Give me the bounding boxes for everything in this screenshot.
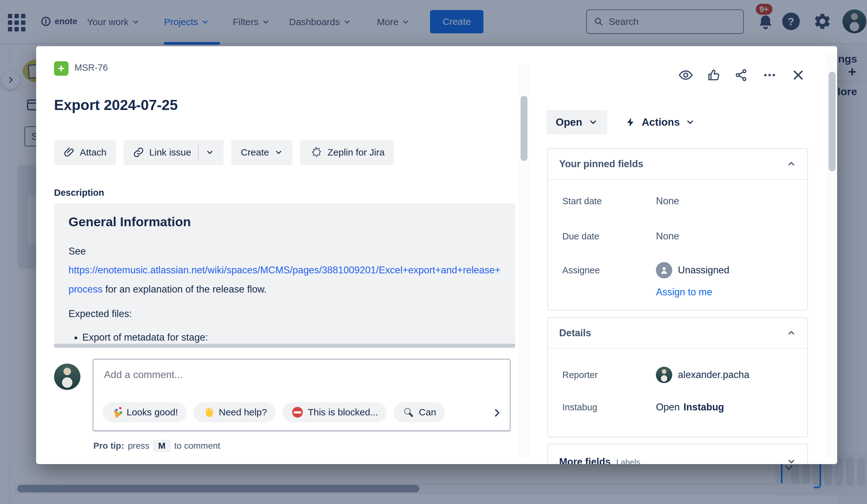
lightning-icon <box>625 117 636 128</box>
zeplin-label: Zeplin for Jira <box>328 147 385 158</box>
quick-reply-blocked[interactable]: This is blocked... <box>283 402 387 422</box>
field-row-assignee: Assignee Unassigned <box>562 262 729 278</box>
description-expected: Expected files: <box>68 304 501 323</box>
zeplin-button[interactable]: Zeplin for Jira <box>300 140 394 165</box>
pill-label: Can <box>419 407 436 418</box>
protip-press: press <box>128 441 149 451</box>
chevron-up-icon <box>786 328 796 337</box>
more-fields-header[interactable]: More fields Labels <box>548 444 807 464</box>
more-replies-button[interactable] <box>492 408 502 419</box>
collapse-button[interactable] <box>786 159 796 169</box>
pill-label: Looks good! <box>127 407 178 418</box>
field-value[interactable]: None <box>656 230 679 242</box>
actions-dropdown[interactable]: Actions <box>625 110 695 135</box>
quick-reply-pills: Looks good! Need help? This is blocked..… <box>103 402 467 422</box>
reporter-name: alexander.pacha <box>678 369 750 380</box>
zeplin-icon <box>309 146 323 159</box>
create-label: Create <box>240 147 269 158</box>
description-editor[interactable]: General Information See https://enotemus… <box>54 203 515 348</box>
issue-toolbar: Attach Link issue Create Zeplin for Jira <box>54 140 394 165</box>
share-icon <box>734 68 749 82</box>
actions-label: Actions <box>642 116 680 128</box>
comment-placeholder: Add a comment... <box>104 369 183 380</box>
content-scrollbar-thumb[interactable] <box>521 96 527 161</box>
issue-key-link[interactable]: MSR-76 <box>74 63 108 73</box>
reporter-value[interactable]: alexander.pacha <box>656 367 750 383</box>
description-label: Description <box>54 187 104 198</box>
link-icon <box>133 147 144 158</box>
field-row-start-date: Start date None <box>562 195 679 207</box>
description-hscrollbar[interactable] <box>54 344 515 348</box>
attach-button[interactable]: Attach <box>54 140 116 165</box>
description-link-suffix: for an explanation of the release flow. <box>103 284 267 295</box>
chevron-down-icon <box>685 118 695 127</box>
screen: enote Your work Projects Filters Dashboa… <box>0 0 867 504</box>
card-divider <box>548 348 807 349</box>
chevron-down-icon <box>786 457 796 464</box>
protip-label: Pro tip: <box>93 441 124 451</box>
expand-button[interactable] <box>786 457 796 464</box>
details-title: Details <box>559 328 591 339</box>
protip-suffix: to comment <box>174 441 220 451</box>
content-scrollbar[interactable] <box>519 65 529 458</box>
quick-reply-looks-good[interactable]: Looks good! <box>103 402 186 422</box>
link-issue-button[interactable]: Link issue <box>124 140 224 165</box>
blocked-icon <box>291 406 303 418</box>
search-icon <box>403 406 414 418</box>
chevron-down-icon[interactable] <box>205 148 214 157</box>
field-label: Reporter <box>562 370 656 380</box>
field-label: Due date <box>562 231 656 242</box>
details-header[interactable]: Details <box>548 318 807 348</box>
assignee-value[interactable]: Unassigned <box>656 262 729 278</box>
pill-label: This is blocked... <box>308 407 378 418</box>
more-fields-card: More fields Labels <box>547 444 808 464</box>
vote-button[interactable] <box>706 67 721 83</box>
close-button[interactable] <box>791 67 806 83</box>
modal-scrollbar[interactable] <box>827 53 837 458</box>
quick-reply-need-help[interactable]: Need help? <box>193 402 276 422</box>
comment-box[interactable]: Add a comment... Looks good! Need help? … <box>93 359 511 431</box>
instabug-value[interactable]: Open Instabug <box>656 401 724 413</box>
modal-scrollbar-thumb[interactable] <box>829 72 836 171</box>
more-fields-title-group: More fields Labels <box>559 456 640 464</box>
pinned-fields-card: Your pinned fields Start date None Due d… <box>547 148 808 310</box>
party-icon <box>111 407 122 418</box>
pro-tip: Pro tip: press M to comment <box>93 440 220 452</box>
instabug-prefix: Open <box>656 401 680 413</box>
field-row-reporter: Reporter alexander.pacha <box>562 367 750 383</box>
more-actions-button[interactable] <box>762 67 778 83</box>
collapse-button[interactable] <box>786 328 796 339</box>
field-label: Assignee <box>562 265 656 276</box>
card-divider <box>548 179 807 180</box>
chevron-right-icon <box>492 408 502 418</box>
create-subtask-button[interactable]: Create <box>231 140 292 165</box>
issue-type-icon: + <box>54 61 68 76</box>
description-see: See <box>68 246 86 257</box>
pill-label: Need help? <box>218 407 267 418</box>
status-dropdown[interactable]: Open <box>546 110 607 135</box>
pill-fade <box>442 402 483 422</box>
paperclip-icon <box>63 147 75 158</box>
thumbs-up-icon <box>706 68 721 82</box>
unassigned-person-icon <box>656 262 672 278</box>
watch-button[interactable] <box>678 67 693 83</box>
attach-label: Attach <box>80 147 107 158</box>
field-value[interactable]: None <box>656 195 679 207</box>
quick-reply-can[interactable]: Can <box>394 402 445 422</box>
field-row-instabug: Instabug Open Instabug <box>562 401 724 413</box>
issue-modal: + MSR-76 Export 2024-07-25 Attach <box>36 46 837 464</box>
field-label: Instabug <box>562 402 656 412</box>
split-divider <box>198 145 199 160</box>
share-button[interactable] <box>734 67 749 83</box>
keyboard-key-m: M <box>153 440 170 452</box>
assign-to-me-link[interactable]: Assign to me <box>656 287 712 298</box>
more-fields-subtitle: Labels <box>616 458 641 464</box>
description-bullet: Export of metadata for stage: <box>82 332 501 343</box>
status-label: Open <box>556 116 582 128</box>
issue-title[interactable]: Export 2024-07-25 <box>54 96 178 114</box>
field-label: Start date <box>562 196 656 206</box>
pinned-fields-title: Your pinned fields <box>559 158 643 170</box>
pinned-fields-header[interactable]: Your pinned fields <box>548 149 807 179</box>
current-user-avatar <box>54 364 81 390</box>
more-fields-title: More fields <box>559 456 611 464</box>
